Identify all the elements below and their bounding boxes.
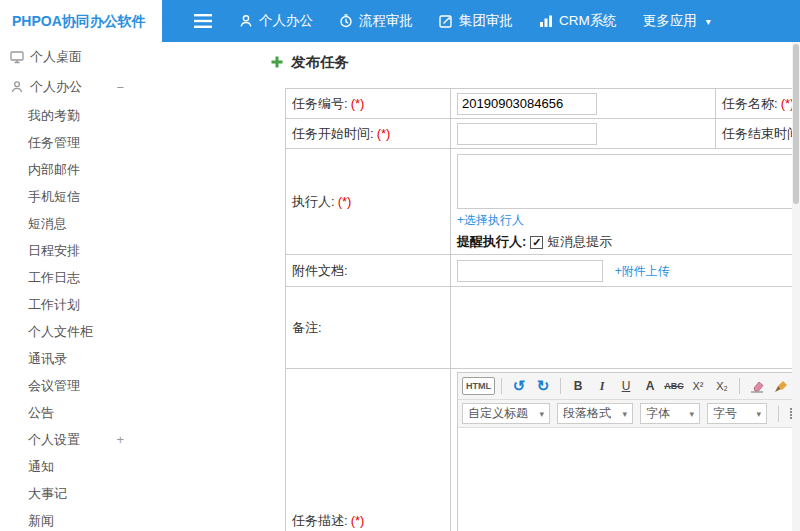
bold-button[interactable]: B [567,376,589,396]
expand-plus-icon[interactable]: + [116,432,124,447]
sidebar-item-internal-mail[interactable]: 内部邮件 [0,156,136,183]
app-window: PHPOA协同办公软件 个人办公 流程审批 集团审批 [0,0,800,531]
field-label: 备注: [292,320,322,335]
nav-more-apps[interactable]: 更多应用 ▾ [630,0,724,42]
field-label: 执行人: [292,194,335,209]
publish-task-form: 任务编号:(*) 任务名称:(*) 任务开始时间:(*) 任务结束时间:(*) … [285,88,800,531]
source-code-button[interactable]: HTML [462,377,495,395]
sidebar-item-label: 日程安排 [28,242,80,260]
sidebar-item-major-events[interactable]: 大事记 [0,480,136,507]
sidebar-item-label: 短消息 [28,215,67,233]
sidebar-item-address-book[interactable]: 通讯录 [0,345,136,372]
subscript-button[interactable]: X₂ [711,376,733,396]
sidebar-item-task-management[interactable]: 任务管理 [0,129,136,156]
sms-remind-checkbox[interactable]: ✓ [530,236,543,249]
vertical-scrollbar[interactable] [792,42,800,531]
sidebar-item-label: 通知 [28,458,54,476]
heading-style-select[interactable]: 自定义标题 ▾ [462,403,550,424]
required-mark: (*) [351,513,365,528]
attachment-input[interactable] [457,260,603,282]
check-icon: ✓ [532,237,541,248]
select-value: 自定义标题 [468,405,528,422]
sidebar-item-news[interactable]: 新闻 [0,507,136,531]
choose-executor-link[interactable]: +选择执行人 [457,213,524,227]
editor-content-area[interactable] [458,428,800,531]
sidebar-item-work-plan[interactable]: 工作计划 [0,291,136,318]
strikethrough-button[interactable]: ABC [663,376,685,396]
sidebar: 个人桌面 个人办公 − 我的考勤 任务管理 内部邮件 手机短信 短消息 日程安排… [0,42,136,531]
scrollbar-thumb[interactable] [793,44,799,204]
font-style-button[interactable]: A [639,376,661,396]
select-value: 字号 [713,405,737,422]
sidebar-item-label: 个人办公 [30,78,82,96]
sidebar-item-label: 任务管理 [28,134,80,152]
sidebar-item-short-message[interactable]: 短消息 [0,210,136,237]
sidebar-item-label: 个人桌面 [30,48,82,66]
nav-process-approval[interactable]: 流程审批 [326,0,426,42]
checkbox-label: 短消息提示 [547,233,612,251]
required-mark: (*) [377,126,391,141]
add-plus-icon [270,55,284,69]
sidebar-item-meeting-management[interactable]: 会议管理 [0,372,136,399]
edit-icon [439,14,453,28]
chevron-down-icon: ▾ [706,16,711,27]
sidebar-item-notification[interactable]: 通知 [0,453,136,480]
field-label: 任务开始时间: [292,126,374,141]
field-label: 任务名称: [722,96,778,111]
task-number-input[interactable] [457,93,597,115]
sidebar-item-personal-file-cabinet[interactable]: 个人文件柜 [0,318,136,345]
nav-group-approval[interactable]: 集团审批 [426,0,526,42]
clock-icon [339,14,353,28]
collapse-minus-icon[interactable]: − [116,80,124,95]
sidebar-item-label: 内部邮件 [28,161,80,179]
redo-button[interactable]: ↻ [532,376,554,396]
chevron-down-icon: ▾ [756,409,761,419]
sidebar-item-label: 工作计划 [28,296,80,314]
paragraph-format-select[interactable]: 段落格式 ▾ [557,403,633,424]
nav-label: 个人办公 [259,12,313,30]
sidebar-item-work-log[interactable]: 工作日志 [0,264,136,291]
sidebar-item-label: 新闻 [28,512,54,530]
attachment-upload-link[interactable]: +附件上传 [615,264,670,278]
underline-button[interactable]: U [615,376,637,396]
superscript-button[interactable]: X² [687,376,709,396]
start-time-input[interactable] [457,123,597,145]
sidebar-item-announcement[interactable]: 公告 [0,399,136,426]
desktop-icon [10,50,30,64]
sidebar-item-my-attendance[interactable]: 我的考勤 [0,102,136,129]
undo-button[interactable]: ↺ [508,376,530,396]
format-paint-brush-icon[interactable] [770,376,792,396]
sidebar-item-schedule[interactable]: 日程安排 [0,237,136,264]
sidebar-item-label: 大事记 [28,485,67,503]
sidebar-item-label: 通讯录 [28,350,67,368]
editor-toolbar-bottom: 自定义标题 ▾ 段落格式 ▾ 字体 ▾ [458,400,800,428]
chevron-down-icon: ▾ [622,409,627,419]
select-value: 字体 [646,405,670,422]
table-row: 附件文档: +附件上传 [286,255,800,287]
sidebar-item-personal-office[interactable]: 个人办公 − [0,72,136,102]
executor-textarea[interactable] [457,154,797,209]
table-row: 任务描述:(*) HTML ↺ ↻ B I U A [286,369,800,531]
required-mark: (*) [351,96,365,111]
hamburger-menu-icon[interactable] [194,14,212,28]
remove-format-eraser-icon[interactable] [746,376,768,396]
nav-crm-system[interactable]: CRM系统 [526,0,630,42]
sidebar-item-label: 我的考勤 [28,107,80,125]
font-family-select[interactable]: 字体 ▾ [640,403,700,424]
remark-textarea[interactable] [457,292,800,364]
sidebar-item-mobile-sms[interactable]: 手机短信 [0,183,136,210]
italic-button[interactable]: I [591,376,613,396]
table-row: 备注: [286,287,800,369]
sidebar-item-label: 手机短信 [28,188,80,206]
select-value: 段落格式 [563,405,611,422]
sidebar-item-personal-settings[interactable]: 个人设置 + [0,426,136,453]
sidebar-item-personal-desktop[interactable]: 个人桌面 [0,42,136,72]
sidebar-item-label: 个人文件柜 [28,323,93,341]
toolbar-separator [560,378,561,394]
person-icon [239,14,253,28]
toolbar-separator [501,378,502,394]
font-size-select[interactable]: 字号 ▾ [707,403,767,424]
nav-label: 集团审批 [459,12,513,30]
nav-personal-office[interactable]: 个人办公 [226,0,326,42]
topbar: PHPOA协同办公软件 个人办公 流程审批 集团审批 [0,0,800,42]
